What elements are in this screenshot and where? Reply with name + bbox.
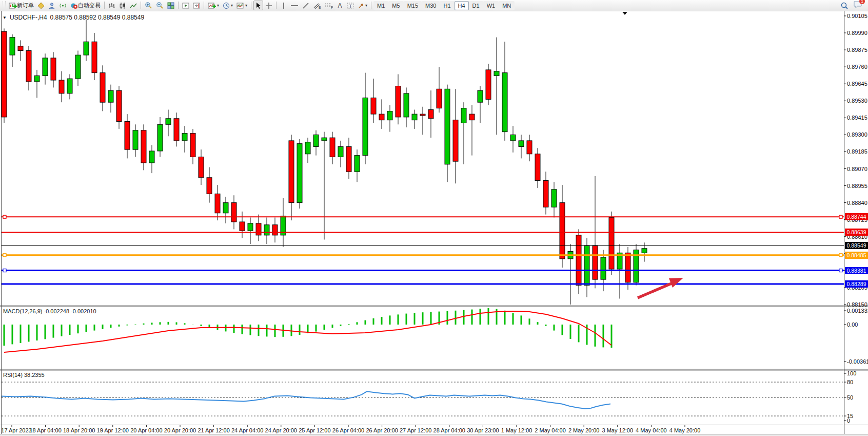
dropdown-caret: ▾ — [217, 3, 219, 8]
candle-body — [108, 90, 113, 102]
candle-body — [412, 114, 417, 120]
cursor-icon — [255, 2, 262, 9]
chart-shift-button[interactable] — [191, 1, 202, 10]
candle-body — [363, 98, 368, 156]
price-axis-tick: 0.89530 — [847, 98, 867, 104]
line-handle[interactable] — [839, 269, 842, 272]
candle-body — [551, 189, 557, 207]
candle-body — [133, 130, 138, 149]
timeframe-M1[interactable]: M1 — [373, 1, 388, 10]
candle-body — [486, 70, 491, 99]
time-axis-label: 30 Apr 23:00 — [467, 427, 499, 433]
timeframe-H1[interactable]: H1 — [440, 1, 454, 10]
candle-body — [174, 119, 179, 141]
cursor-tool-button[interactable] — [253, 1, 263, 10]
time-axis-label: 20 Apr 04:00 — [130, 427, 162, 433]
line-chart-mode-button[interactable] — [128, 1, 139, 10]
indicators-icon — [236, 2, 244, 9]
candle-body — [404, 93, 409, 117]
toolbar-grip[interactable] — [3, 2, 6, 9]
candle-body — [125, 122, 130, 150]
auto-trading-button[interactable]: 自动交易 — [69, 1, 102, 10]
trendline-tool-button[interactable] — [301, 1, 311, 10]
candle-body — [116, 90, 122, 121]
candle-body — [207, 178, 212, 194]
zoom-in-button[interactable] — [143, 1, 154, 10]
price-axis-tick: 0.89875 — [847, 47, 867, 53]
candlestick-mode-button[interactable] — [117, 1, 128, 10]
fibonacci-icon: F — [325, 2, 333, 9]
macd-indicator-label: MACD(12,26,9) -0.002248 -0.002010 — [3, 308, 96, 314]
crosshair-tool-button[interactable] — [264, 1, 274, 10]
candle-body — [494, 71, 499, 76]
price-line-badge: 0.88639 — [845, 229, 868, 236]
new-order-button[interactable]: 新订单 — [7, 1, 35, 10]
auto-scroll-icon — [182, 2, 189, 9]
new-chart-button[interactable]: ▾ — [206, 1, 221, 10]
candle-body — [453, 120, 458, 161]
chat-button[interactable]: 1 — [853, 1, 862, 11]
timeframe-W1[interactable]: W1 — [483, 1, 499, 10]
candle-body — [584, 245, 589, 286]
candle-body — [445, 89, 450, 164]
candle-body — [305, 142, 310, 154]
candle-body — [322, 138, 327, 141]
candle-body — [601, 257, 606, 279]
arrows-tool-button[interactable]: ▾ — [356, 1, 369, 10]
chart-title: ▼ USDCHF-,H4 0.88575 0.88592 0.88549 0.8… — [3, 14, 144, 21]
mt4-application: { "toolbar": { "new_order_label": "新订单",… — [0, 0, 868, 436]
timeframe-M15[interactable]: M15 — [404, 1, 422, 10]
candle-body — [346, 146, 351, 172]
search-icon — [840, 2, 849, 10]
equidistant-channel-tool-button[interactable]: E — [311, 1, 323, 10]
indicators-button[interactable]: ▾ — [235, 1, 249, 10]
text-tool-button[interactable]: A — [335, 1, 345, 10]
timeframe-D1[interactable]: D1 — [469, 1, 483, 10]
zoom-out-button[interactable] — [154, 1, 165, 10]
accounts-button[interactable] — [47, 1, 57, 10]
horizontal-line-tool-button[interactable] — [289, 1, 300, 10]
line-handle[interactable] — [3, 254, 6, 257]
fibonacci-tool-button[interactable]: F — [323, 1, 334, 10]
vertical-line-tool-button[interactable] — [279, 1, 288, 10]
history-center-button[interactable] — [36, 1, 46, 10]
clock-icon — [223, 2, 230, 9]
line-handle[interactable] — [839, 254, 842, 257]
text-label-tool-button[interactable]: T — [345, 1, 356, 10]
search-button[interactable] — [839, 1, 850, 10]
candle-body — [199, 157, 204, 178]
timeframe-H4[interactable]: H4 — [455, 1, 469, 10]
collapse-triangle-icon[interactable]: ▼ — [3, 15, 7, 20]
line-handle[interactable] — [839, 215, 842, 218]
rsi-axis-tick: 80 — [847, 379, 853, 385]
candle-body — [256, 223, 261, 235]
timeframe-M5[interactable]: M5 — [388, 1, 403, 10]
chart-window[interactable]: ▼ USDCHF-,H4 0.88575 0.88592 0.88549 0.8… — [0, 11, 868, 436]
candle-body — [248, 223, 253, 231]
period-button[interactable]: ▾ — [221, 1, 234, 10]
line-handle[interactable] — [3, 269, 6, 272]
price-axis-tick: 0.90105 — [847, 13, 867, 19]
price-line-badge: 0.88744 — [845, 213, 868, 220]
price-axis-tick: 0.88955 — [847, 183, 867, 189]
horizontal-line-icon — [290, 2, 299, 9]
chart-canvas[interactable] — [0, 11, 868, 436]
candle-body — [478, 90, 483, 102]
toolbar-separator — [178, 2, 179, 9]
bar-chart-mode-button[interactable] — [107, 1, 117, 10]
line-handle[interactable] — [3, 215, 6, 218]
text-label-icon: T — [347, 2, 354, 9]
timeframe-M30[interactable]: M30 — [422, 1, 440, 10]
signals-button[interactable] — [57, 1, 68, 10]
candle-body — [215, 194, 220, 213]
candle-body — [141, 130, 146, 163]
rsi-axis-tick: 0 — [847, 418, 850, 424]
candle-body — [43, 58, 48, 75]
tile-windows-button[interactable] — [166, 1, 176, 10]
channel-icon: E — [313, 2, 321, 9]
timeframe-MN[interactable]: MN — [499, 1, 515, 10]
time-axis-label: 20 Apr 20:00 — [164, 427, 196, 433]
candle-body — [609, 217, 614, 269]
auto-scroll-button[interactable] — [181, 1, 191, 10]
crosshair-icon — [265, 2, 272, 9]
